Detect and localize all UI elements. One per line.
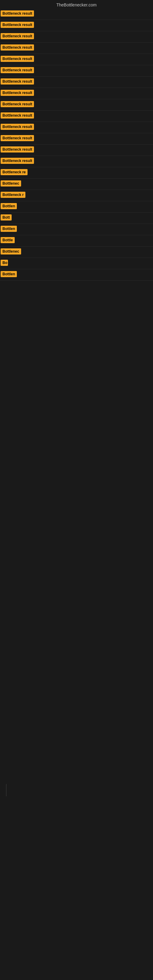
result-row: Bottlen — [0, 269, 153, 280]
bottleneck-result-label[interactable]: Bottleneck result — [1, 33, 34, 39]
bottleneck-result-label[interactable]: Bottleneck result — [1, 101, 34, 107]
result-row: Bottleneck result — [0, 9, 153, 20]
bottleneck-result-label[interactable]: Bottleneck result — [1, 22, 34, 28]
result-row: Bottleneck result — [0, 43, 153, 54]
results-list: Bottleneck resultBottleneck resultBottle… — [0, 9, 153, 280]
bottleneck-result-label[interactable]: Bottleneck r — [1, 192, 26, 198]
result-row: Bottleneck r — [0, 190, 153, 201]
result-row: Bottle — [0, 235, 153, 247]
result-row: Bottleneck re — [0, 167, 153, 178]
result-row: Bottleneck result — [0, 111, 153, 122]
bottleneck-result-label[interactable]: Bottleneck result — [1, 135, 34, 141]
bottleneck-result-label[interactable]: Bottleneck result — [1, 90, 34, 96]
result-row: Bottleneck result — [0, 122, 153, 133]
bottleneck-result-label[interactable]: Bottleneck result — [1, 10, 34, 16]
result-row: Bottleneck result — [0, 156, 153, 167]
bottleneck-result-label[interactable]: Bottlenec — [1, 248, 21, 255]
result-row: Bottleneck result — [0, 99, 153, 111]
result-row: Bottleneck result — [0, 20, 153, 31]
bottleneck-result-label[interactable]: Bo — [1, 260, 8, 266]
watermark-line — [6, 784, 6, 796]
result-row: Bottleneck result — [0, 54, 153, 65]
bottleneck-result-label[interactable]: Bottleneck result — [1, 78, 34, 84]
result-row: Bottlenec — [0, 178, 153, 190]
result-row: Bottleneck result — [0, 145, 153, 156]
result-row: Bo — [0, 258, 153, 269]
bottleneck-result-label[interactable]: Bottleneck result — [1, 45, 34, 51]
result-row: Bottleneck result — [0, 31, 153, 43]
bottleneck-result-label[interactable]: Bottlen — [1, 203, 17, 209]
bottleneck-result-label[interactable]: Bottleneck re — [1, 169, 27, 175]
result-row: Bottleneck result — [0, 133, 153, 145]
result-row: Bott — [0, 213, 153, 224]
result-row: Bottlenec — [0, 247, 153, 258]
site-title: TheBottlenecker.com — [0, 0, 153, 9]
bottleneck-result-label[interactable]: Bottlen — [1, 271, 17, 277]
bottleneck-result-label[interactable]: Bottleneck result — [1, 124, 34, 130]
bottleneck-result-label[interactable]: Bottle — [1, 237, 15, 243]
bottleneck-result-label[interactable]: Bottleneck result — [1, 56, 34, 62]
result-row: Bottleneck result — [0, 65, 153, 76]
bottleneck-result-label[interactable]: Bottleneck result — [1, 67, 34, 73]
bottleneck-result-label[interactable]: Bottlenec — [1, 180, 21, 186]
result-row: Bottleneck result — [0, 88, 153, 99]
result-row: Bottleneck result — [0, 76, 153, 88]
site-header: TheBottlenecker.com — [0, 0, 153, 9]
bottleneck-result-label[interactable]: Bottleneck result — [1, 146, 34, 153]
bottleneck-result-label[interactable]: Bottlen — [1, 226, 17, 232]
bottleneck-result-label[interactable]: Bottleneck result — [1, 112, 34, 119]
result-row: Bottlen — [0, 201, 153, 213]
result-row: Bottlen — [0, 224, 153, 235]
bottleneck-result-label[interactable]: Bott — [1, 215, 12, 221]
bottleneck-result-label[interactable]: Bottleneck result — [1, 158, 34, 164]
